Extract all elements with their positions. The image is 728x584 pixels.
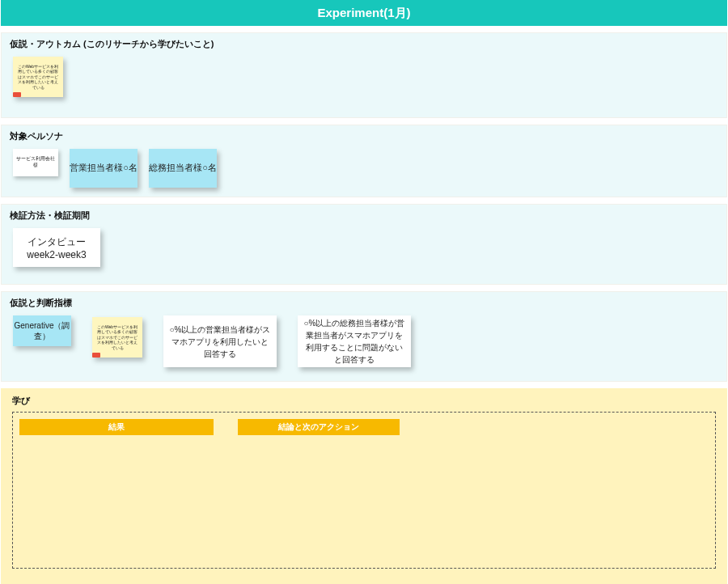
sticky-hypothesis[interactable]: このWebサービスを利用している多くの顧客はスマホでこのサービスを利用したいと考…: [13, 57, 63, 97]
persona-row: サービス利用会社様 営業担当者様○名 総務担当者様○名: [2, 142, 726, 197]
section-criteria: 仮説と判断指標 Generative（調査） このWebサービスを利用している多…: [1, 291, 727, 382]
sticky-metric-admin[interactable]: ○%以上の総務担当者様が営業担当者がスマホアプリを利用することに問題がないと回答…: [298, 315, 411, 367]
learning-col-result-text: 結果: [108, 422, 125, 431]
criteria-row: Generative（調査） このWebサービスを利用している多くの顧客はスマホ…: [2, 309, 726, 377]
learning-col-next: 結論と次のアクション: [238, 419, 400, 435]
section-persona: 対象ペルソナ サービス利用会社様 営業担当者様○名 総務担当者様○名: [1, 125, 727, 197]
sticky-hypothesis-text: このWebサービスを利用している多くの顧客はスマホでこのサービスを利用したいと考…: [16, 64, 60, 91]
sticky-generative[interactable]: Generative（調査）: [13, 315, 71, 346]
sticky-method-text: インタビューweek2-week3: [13, 235, 100, 260]
section-learning: 学び 結果 結論と次のアクション: [1, 388, 727, 584]
method-row: インタビューweek2-week3: [2, 222, 726, 277]
sticky-metric-sales-text: ○%以上の営業担当者様がスマホアプリを利用したいと回答する: [168, 324, 272, 360]
sticky-persona-sales-text: 営業担当者様○名: [70, 162, 138, 174]
sticky-persona-admin[interactable]: 総務担当者様○名: [149, 149, 217, 188]
section-method: 検証方法・検証期間 インタビューweek2-week3: [1, 204, 727, 285]
section-persona-label: 対象ペルソナ: [2, 125, 726, 142]
experiment-canvas: Experiment(1月) 仮説・アウトカム (このリサーチから学びたいこと)…: [0, 0, 728, 584]
sticky-persona-company[interactable]: サービス利用会社様: [13, 149, 58, 176]
learning-dashed-box: 結果 結論と次のアクション: [12, 412, 716, 569]
sticky-metric-sales[interactable]: ○%以上の営業担当者様がスマホアプリを利用したいと回答する: [163, 315, 277, 367]
sticky-method[interactable]: インタビューweek2-week3: [13, 228, 100, 267]
section-method-label: 検証方法・検証期間: [2, 205, 726, 222]
hypothesis-row: このWebサービスを利用している多くの顧客はスマホでこのサービスを利用したいと考…: [2, 50, 726, 107]
sticky-criteria-hypothesis-text: このWebサービスを利用している多くの顧客はスマホでこのサービスを利用したいと考…: [95, 324, 139, 351]
header-title: Experiment(1月): [317, 6, 410, 19]
section-hypothesis: 仮説・アウトカム (このリサーチから学びたいこと) このWebサービスを利用して…: [1, 32, 727, 118]
red-tag-icon: [92, 353, 100, 358]
header-bar: Experiment(1月): [1, 0, 727, 26]
learning-col-next-text: 結論と次のアクション: [278, 422, 359, 431]
sticky-generative-text: Generative（調査）: [13, 320, 71, 341]
sticky-metric-admin-text: ○%以上の総務担当者様が営業担当者がスマホアプリを利用することに問題がないと回答…: [303, 317, 406, 366]
section-learning-label: 学び: [12, 395, 716, 407]
red-tag-icon: [13, 92, 21, 97]
sticky-persona-company-text: サービス利用会社様: [15, 156, 56, 169]
sticky-criteria-hypothesis[interactable]: このWebサービスを利用している多くの顧客はスマホでこのサービスを利用したいと考…: [92, 317, 142, 358]
section-hypothesis-label: 仮説・アウトカム (このリサーチから学びたいこと): [2, 33, 726, 50]
section-criteria-label: 仮説と判断指標: [2, 292, 726, 309]
sticky-persona-sales[interactable]: 営業担当者様○名: [70, 149, 138, 188]
sticky-persona-admin-text: 総務担当者様○名: [149, 162, 217, 174]
learning-col-result: 結果: [19, 419, 214, 435]
